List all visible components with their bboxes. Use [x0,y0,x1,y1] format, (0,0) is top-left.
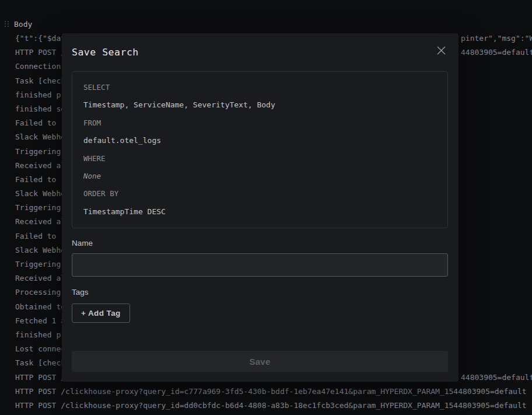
log-row-fragment[interactable]: pinter","msg":"W [461,32,532,46]
modal-title: Save Search [72,47,139,58]
where-value: None [83,168,436,185]
tags-label: Tags [72,287,448,298]
add-tag-button[interactable]: + Add Tag [72,304,130,323]
log-row[interactable]: HTTP POST /clickhouse-proxy?query_id=c77… [15,385,532,399]
select-value: Timestamp, ServiceName, SeverityText, Bo… [83,96,436,114]
modal-body: SELECT Timestamp, ServiceName, SeverityT… [62,71,459,381]
close-icon [436,46,446,55]
log-row-fragment[interactable]: 44803905=default [461,46,532,60]
where-label: WHERE [83,150,436,168]
log-row[interactable]: HTTP POST /clickhouse-proxy?query_id=dd0… [15,399,532,413]
modal-header: Save Search [62,33,459,59]
save-button[interactable]: Save [72,351,448,372]
query-preview: SELECT Timestamp, ServiceName, SeverityT… [72,71,448,228]
from-label: FROM [83,114,436,132]
drag-handle-icon[interactable] [5,21,9,27]
app-screen: Body {"t":{"$dat HTTP POST / Connection … [0,0,532,415]
order-by-label: ORDER BY [83,185,436,203]
order-by-value: TimestampTime DESC [83,203,436,221]
save-search-modal: Save Search SELECT Timestamp, ServiceNam… [62,33,459,382]
select-label: SELECT [83,79,436,96]
name-input[interactable] [72,253,448,277]
close-button[interactable] [433,42,449,58]
name-label: Name [72,238,448,249]
body-column-header[interactable]: Body [5,17,32,31]
log-row-fragment[interactable]: 44803905=default [461,371,532,385]
from-value: default.otel_logs [83,132,436,149]
body-column-label: Body [14,20,32,29]
